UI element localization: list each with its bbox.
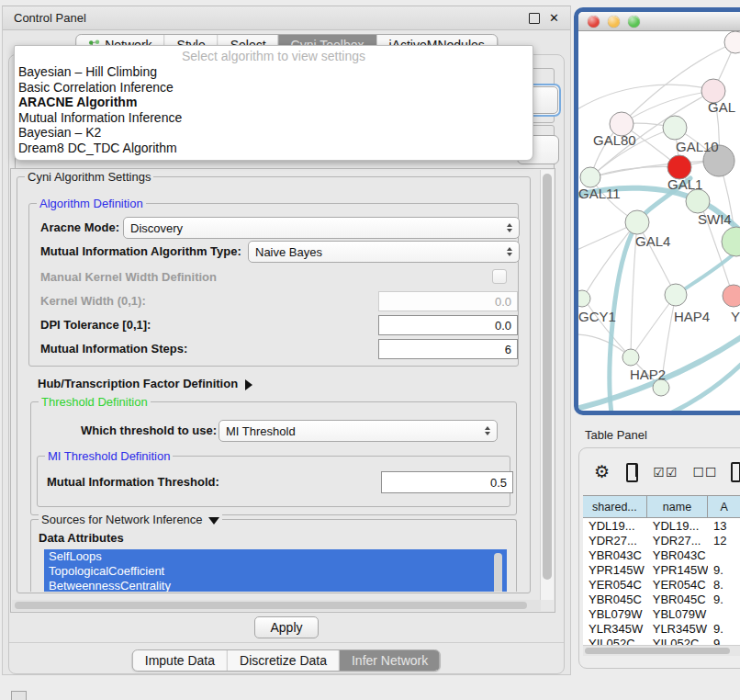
split-columns-icon[interactable] bbox=[626, 463, 638, 482]
network-window-titlebar bbox=[578, 12, 740, 31]
horizontal-scrollbar[interactable] bbox=[12, 600, 541, 611]
algorithm-option-bayesian-k2[interactable]: Bayesian – K2 bbox=[15, 125, 533, 141]
table-cell: YDR27... bbox=[647, 533, 708, 548]
node-gal11[interactable] bbox=[580, 167, 600, 187]
node-label-gal1: GAL1 bbox=[667, 176, 702, 192]
node-label-swi4: SWI4 bbox=[698, 211, 732, 227]
table-cell: 8. bbox=[708, 577, 740, 592]
node-label-hap4: HAP4 bbox=[674, 309, 710, 324]
node-swi4[interactable] bbox=[686, 189, 710, 213]
checked-boxes-icon[interactable]: ☑☑ bbox=[653, 465, 678, 480]
vertical-scrollbar[interactable] bbox=[540, 170, 554, 600]
panel-icon-partial[interactable] bbox=[731, 462, 740, 482]
node-gcy1[interactable] bbox=[578, 290, 590, 307]
network-canvas[interactable]: GALGAL80GAL10GAL1GAL11SWI4GAL4GCY1HAP4YH… bbox=[578, 31, 740, 411]
hub-factor-expander[interactable]: Hub/Transcription Factor Definition bbox=[38, 377, 252, 390]
algorithm-dropdown-popup: Select algorithm to view settings Bayesi… bbox=[14, 45, 533, 161]
table-cell bbox=[708, 606, 740, 621]
gear-icon[interactable]: ⚙ bbox=[594, 463, 610, 481]
mi-type-select[interactable]: Naive Bayes bbox=[248, 241, 520, 263]
algorithm-option-dream8-dc-tdc-algorithm[interactable]: Dream8 DC_TDC Algorithm bbox=[15, 141, 533, 156]
mi-type-value: Naive Bayes bbox=[255, 245, 322, 259]
node-label-y: Y bbox=[731, 309, 740, 324]
node-hap4[interactable] bbox=[665, 284, 687, 306]
network-graph[interactable]: GALGAL80GAL10GAL1GAL11SWI4GAL4GCY1HAP4YH… bbox=[578, 31, 740, 411]
tab-impute-data[interactable]: Impute Data bbox=[133, 650, 228, 671]
tab-infer-network[interactable]: Infer Network bbox=[340, 650, 440, 671]
list-scrollbar-thumb[interactable] bbox=[494, 553, 502, 592]
sources-group: Sources for Network Inference Data Attri… bbox=[30, 519, 517, 592]
table-row[interactable]: YDR27...YDR27...12 bbox=[583, 533, 740, 548]
table-row[interactable]: YLR345WYLR345W9. bbox=[583, 621, 740, 636]
cyni-settings-legend: Cyni Algorithm Settings bbox=[25, 170, 153, 184]
table-cell: YBL079W bbox=[583, 606, 647, 621]
table-row[interactable]: YIL052CYIL052C9. bbox=[583, 636, 740, 645]
column-header-name[interactable]: name bbox=[647, 496, 708, 518]
table-row[interactable]: YBR045CYBR045C9. bbox=[583, 592, 740, 606]
attribute-item-betweennesscentrality[interactable]: BetweennessCentrality bbox=[44, 579, 507, 592]
mi-threshold-input[interactable]: 0.5 bbox=[381, 471, 513, 493]
table-cell bbox=[708, 548, 740, 562]
node-salmon[interactable] bbox=[723, 285, 740, 307]
table-cell: YDL19... bbox=[583, 518, 647, 533]
apply-button[interactable]: Apply bbox=[254, 616, 319, 638]
tab-discretize-data[interactable]: Discretize Data bbox=[228, 650, 340, 671]
close-traffic-light-icon[interactable] bbox=[588, 16, 600, 28]
table-row[interactable]: YER054CYER054C8. bbox=[583, 577, 740, 592]
table-row[interactable]: YPR145WYPR145W9. bbox=[583, 562, 740, 577]
which-threshold-select[interactable]: MI Threshold bbox=[219, 420, 498, 442]
attribute-item-selfloops[interactable]: SelfLoops bbox=[44, 549, 507, 564]
vertical-scrollbar-thumb[interactable] bbox=[543, 174, 552, 580]
table-cell: 13 bbox=[708, 518, 740, 533]
mi-threshold-group: MI Threshold Definition Mutual Informati… bbox=[37, 456, 510, 507]
mi-steps-input[interactable]: 6 bbox=[378, 339, 518, 359]
threshold-definition-legend: Threshold Definition bbox=[39, 395, 151, 409]
table-row[interactable]: YBL079WYBL079W bbox=[583, 606, 740, 621]
horizontal-scrollbar-thumb[interactable] bbox=[15, 602, 527, 609]
node-right-large[interactable] bbox=[722, 227, 740, 256]
table-cell: 9. bbox=[708, 636, 740, 645]
node-gal10[interactable] bbox=[663, 116, 687, 140]
table-row[interactable]: YDL19...YDL19...13 bbox=[583, 518, 740, 533]
float-window-icon[interactable] bbox=[529, 13, 540, 24]
algorithm-option-bayesian-hill-climbing[interactable]: Bayesian – Hill Climbing bbox=[15, 64, 533, 80]
close-icon[interactable]: ✕ bbox=[549, 14, 559, 23]
algorithm-option-mutual-information-inference[interactable]: Mutual Information Inference bbox=[15, 110, 533, 126]
node-attribute-table[interactable]: shared...nameAYDL19...YDL19...13YDR27...… bbox=[583, 495, 740, 645]
algorithm-option-basic-correlation-inference[interactable]: Basic Correlation Inference bbox=[15, 80, 533, 96]
unchecked-boxes-icon[interactable]: ☐☐ bbox=[692, 465, 717, 480]
node-label-gal4: GAL4 bbox=[635, 233, 670, 249]
column-header-A[interactable]: A bbox=[708, 496, 740, 518]
aracne-mode-select[interactable]: Discovery bbox=[123, 217, 520, 239]
table-cell: 9. bbox=[708, 592, 740, 606]
sources-legend[interactable]: Sources for Network Inference bbox=[39, 513, 222, 526]
table-cell: 12 bbox=[708, 533, 740, 548]
table-cell: YER054C bbox=[583, 577, 647, 592]
table-row[interactable]: YBR043CYBR043C bbox=[583, 548, 740, 562]
zoom-traffic-light-icon[interactable] bbox=[628, 16, 640, 28]
table-scrollbar-thumb[interactable] bbox=[585, 648, 730, 654]
manual-kernel-label: Manual Kernel Width Definition bbox=[40, 270, 217, 284]
dpi-tolerance-value: 0.0 bbox=[495, 319, 511, 333]
node-gal4[interactable] bbox=[625, 210, 649, 234]
attribute-item-topologicalcoefficient[interactable]: TopologicalCoefficient bbox=[44, 564, 507, 579]
threshold-definition-group: Threshold Definition Which threshold to … bbox=[30, 401, 517, 515]
column-header-shared[interactable]: shared... bbox=[583, 496, 647, 518]
minimize-traffic-light-icon[interactable] bbox=[608, 16, 620, 28]
manual-kernel-checkbox[interactable] bbox=[492, 269, 507, 284]
dropdown-placeholder: Select algorithm to view settings bbox=[15, 48, 533, 64]
data-attributes-list[interactable]: SelfLoopsTopologicalCoefficientBetweenne… bbox=[44, 549, 507, 592]
kernel-width-value: 0.0 bbox=[495, 295, 511, 309]
hub-factor-label: Hub/Transcription Factor Definition bbox=[38, 377, 238, 390]
stepper-icon bbox=[485, 426, 490, 435]
node-hap2[interactable] bbox=[622, 349, 639, 366]
algorithm-option-aracne-algorithm[interactable]: ARACNE Algorithm bbox=[15, 95, 533, 110]
table-horizontal-scrollbar[interactable] bbox=[583, 645, 740, 656]
table-panel: ⚙ ☑☑ ☐☐ shared...nameAYDL19...YDL19...13… bbox=[578, 447, 740, 669]
minimized-panel-icon[interactable] bbox=[11, 691, 27, 700]
dpi-tolerance-input[interactable]: 0.0 bbox=[378, 315, 518, 335]
mi-steps-value: 6 bbox=[505, 343, 511, 356]
node-top-partial[interactable] bbox=[724, 31, 740, 53]
mi-threshold-label: Mutual Information Threshold: bbox=[47, 475, 219, 489]
node-label-hap2: HAP2 bbox=[630, 367, 666, 382]
